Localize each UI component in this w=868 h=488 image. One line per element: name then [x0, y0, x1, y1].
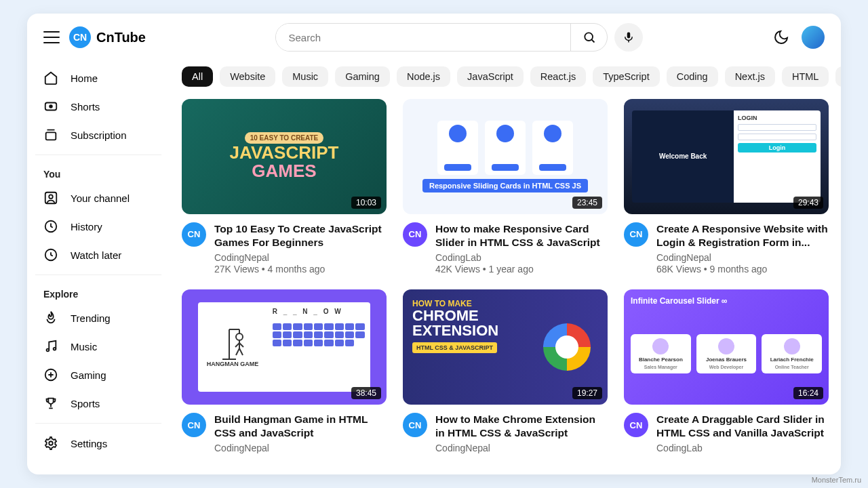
svg-point-7	[49, 195, 53, 199]
sidebar-item-music[interactable]: Music	[35, 332, 161, 361]
duration-badge: 19:27	[572, 387, 602, 399]
sidebar-item-home[interactable]: Home	[35, 64, 161, 92]
video-card[interactable]: HANGMAN GAMER _ _ N _ O W 38:45 CN Build…	[182, 289, 387, 453]
thumbnail[interactable]: Responsive Sliding Cards in HTML CSS JS …	[403, 99, 608, 214]
fire-icon	[43, 310, 58, 325]
video-meta: CN Build Hangman Game in HTML CSS and Ja…	[182, 405, 387, 453]
chip-html[interactable]: HTML	[782, 66, 829, 87]
video-card[interactable]: HOW TO MAKECHROMEEXTENSIONHTML CSS & JAV…	[403, 289, 608, 453]
video-stats: 68K Views • 9 months ago	[656, 264, 829, 274]
thumbnail[interactable]: 10 EASY TO CREATEJAVASCRIPTGAMES 10:03	[182, 99, 387, 214]
logo-icon: CN	[69, 26, 91, 48]
chip-nodejs[interactable]: Node.js	[397, 66, 450, 87]
brand[interactable]: CN CnTube	[69, 26, 146, 48]
sidebar-item-label: Gaming	[71, 369, 106, 381]
channel-name[interactable]: CodingNepal	[656, 252, 829, 263]
video-card[interactable]: 10 EASY TO CREATEJAVASCRIPTGAMES 10:03 C…	[182, 99, 387, 274]
video-stats: 42K Views • 1 year ago	[435, 264, 608, 274]
svg-rect-5	[46, 132, 56, 140]
voice-search-button[interactable]	[614, 23, 643, 52]
sidebar-item-label: Your channel	[71, 192, 130, 204]
sidebar-item-label: History	[71, 221, 102, 232]
divider	[35, 423, 161, 424]
watermark: MonsterTem.ru	[812, 476, 861, 484]
video-title: Create A Responsive Website with Login &…	[656, 222, 829, 249]
svg-point-17	[236, 333, 243, 340]
channel-name[interactable]: CodingLab	[435, 252, 608, 263]
search-input[interactable]	[276, 24, 570, 51]
section-title-explore: Explore	[35, 281, 161, 304]
svg-line-1	[592, 40, 595, 43]
header: CN CnTube	[27, 14, 841, 61]
sidebar-item-gaming[interactable]: Gaming	[35, 361, 161, 389]
video-card[interactable]: Infinite Carousel Slider ∞Blanche Pearso…	[624, 289, 829, 453]
channel-avatar[interactable]: CN	[403, 222, 427, 247]
channel-icon	[43, 190, 58, 205]
video-meta: CN Create A Responsive Website with Logi…	[624, 214, 829, 274]
video-grid: 10 EASY TO CREATEJAVASCRIPTGAMES 10:03 C…	[182, 99, 829, 453]
filter-chips: AllWebsiteMusicGamingNode.jsJavaScriptRe…	[182, 61, 829, 99]
thumbnail[interactable]: Infinite Carousel Slider ∞Blanche Pearso…	[624, 289, 829, 405]
chip-javascript[interactable]: JavaScript	[457, 66, 524, 87]
chip-music[interactable]: Music	[282, 66, 328, 87]
channel-avatar[interactable]: CN	[182, 222, 206, 247]
hamburger-icon[interactable]	[43, 29, 60, 45]
sidebar: Home Shorts Subscription You Your channe…	[27, 61, 170, 474]
channel-name[interactable]: CodingNepal	[214, 443, 387, 453]
search-icon	[583, 30, 596, 44]
channel-name[interactable]: CodingNepal	[214, 252, 387, 263]
channel-name[interactable]: CodingNepal	[435, 443, 608, 453]
chip-typescript[interactable]: TypeScript	[593, 66, 660, 87]
sidebar-item-settings[interactable]: Settings	[35, 429, 161, 458]
video-title: Build Hangman Game in HTML CSS and JavaS…	[214, 413, 387, 440]
channel-avatar[interactable]: CN	[624, 222, 648, 247]
video-title: How to Make Chrome Extension in HTML CSS…	[435, 413, 608, 440]
svg-point-10	[54, 348, 56, 350]
duration-badge: 29:43	[793, 197, 823, 209]
trophy-icon	[43, 396, 58, 411]
sidebar-item-your-channel[interactable]: Your channel	[35, 184, 161, 212]
channel-avatar[interactable]: CN	[624, 413, 648, 437]
gear-icon	[43, 436, 58, 451]
video-title: How to make Responsive Card Slider in HT…	[435, 222, 608, 249]
channel-avatar[interactable]: CN	[182, 413, 206, 437]
thumbnail[interactable]: HOW TO MAKECHROMEEXTENSIONHTML CSS & JAV…	[403, 289, 608, 405]
moon-icon	[773, 29, 789, 45]
chip-css[interactable]: CSS	[835, 66, 841, 87]
header-left: CN CnTube	[43, 26, 146, 48]
sidebar-item-label: Subscription	[71, 129, 127, 141]
theme-toggle[interactable]	[773, 29, 789, 45]
duration-badge: 38:45	[351, 387, 381, 399]
sidebar-item-history[interactable]: History	[35, 212, 161, 241]
user-avatar[interactable]	[802, 26, 825, 49]
music-icon	[43, 339, 58, 354]
chip-nextjs[interactable]: Next.js	[725, 66, 775, 87]
chip-reactjs[interactable]: React.js	[530, 66, 586, 87]
duration-badge: 16:24	[793, 387, 823, 399]
svg-point-4	[50, 105, 52, 108]
sidebar-item-sports[interactable]: Sports	[35, 389, 161, 418]
sidebar-item-label: Settings	[71, 438, 107, 449]
chip-website[interactable]: Website	[220, 66, 275, 87]
sidebar-item-watch-later[interactable]: Watch later	[35, 241, 161, 269]
clock-icon	[43, 247, 58, 262]
sidebar-item-shorts[interactable]: Shorts	[35, 92, 161, 121]
sidebar-item-label: Trending	[71, 312, 111, 324]
section-title-you: You	[35, 161, 161, 184]
sidebar-item-subscription[interactable]: Subscription	[35, 121, 161, 149]
chip-all[interactable]: All	[182, 66, 213, 87]
channel-name[interactable]: CodingLab	[656, 443, 829, 453]
search-button[interactable]	[570, 24, 607, 51]
video-card[interactable]: Responsive Sliding Cards in HTML CSS JS …	[403, 99, 608, 274]
main-content: AllWebsiteMusicGamingNode.jsJavaScriptRe…	[170, 61, 841, 474]
sidebar-item-trending[interactable]: Trending	[35, 304, 161, 332]
chip-coding[interactable]: Coding	[667, 66, 718, 87]
app-window: CN CnTube Home	[27, 14, 841, 474]
sidebar-item-label: Home	[71, 73, 98, 84]
thumbnail[interactable]: HANGMAN GAMER _ _ N _ O W 38:45	[182, 289, 387, 405]
chip-gaming[interactable]: Gaming	[335, 66, 390, 87]
video-card[interactable]: Welcome BackLOGINLogin 29:43 CN Create A…	[624, 99, 829, 274]
channel-avatar[interactable]: CN	[403, 413, 427, 437]
thumbnail[interactable]: Welcome BackLOGINLogin 29:43	[624, 99, 829, 214]
divider	[35, 274, 161, 275]
